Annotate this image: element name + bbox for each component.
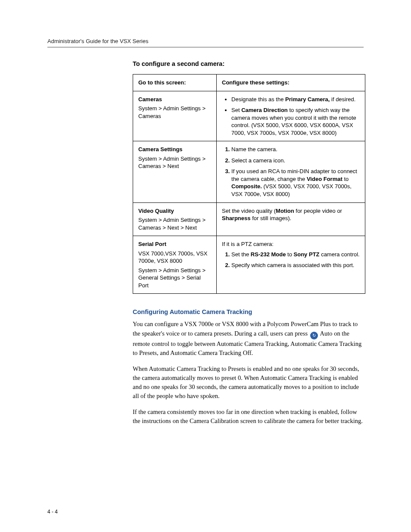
strong-text: Sharpness	[222, 215, 250, 221]
cell-screen: Cameras System > Admin Settings > Camera…	[133, 91, 217, 141]
nav-path: System > Admin Settings > Cameras > Next	[138, 155, 211, 170]
text: to	[286, 251, 293, 258]
list-item: Select a camera icon.	[231, 157, 360, 165]
cell-screen: Camera Settings System > Admin Settings …	[133, 141, 217, 202]
header-rule	[47, 47, 364, 47]
procedure-title: To configure a second camera:	[133, 60, 365, 67]
strong-text: Camera Direction	[241, 107, 288, 113]
strong-text: Video Format	[307, 176, 342, 182]
cell-title: Serial Port	[138, 241, 166, 247]
text: Select a camera icon.	[231, 157, 285, 164]
cell-settings: Set the video quality (Motion for people…	[217, 202, 365, 236]
text: Name the camera.	[231, 146, 277, 152]
text: for still images).	[251, 215, 292, 221]
text: camera control.	[320, 251, 360, 258]
text: Set the	[231, 251, 251, 258]
table-header-row: Go to this screen: Configure these setti…	[133, 75, 365, 91]
strong-text: Primary Camera,	[285, 96, 330, 103]
cell-screen: Serial Port VSX 7000,VSX 7000s, VSX 7000…	[133, 236, 217, 294]
list-item: Name the camera.	[231, 146, 360, 153]
subsection-heading: Configuring Automatic Camera Tracking	[133, 308, 365, 315]
text: Set	[231, 107, 241, 113]
nav-path: System > Admin Settings > General Settin…	[138, 267, 211, 289]
auto-icon: ↻	[310, 332, 318, 339]
numbered-list: Name the camera. Select a camera icon. I…	[222, 146, 360, 198]
body-text: You can configure a VSX 7000e or VSX 800…	[133, 320, 365, 425]
text: for people video or	[294, 208, 342, 214]
cell-screen: Video Quality System > Admin Settings > …	[133, 202, 217, 236]
paragraph: When Automatic Camera Tracking to Preset…	[133, 364, 365, 401]
table-header-right: Configure these settings:	[217, 75, 365, 91]
strong-text: Composite.	[231, 183, 262, 190]
list-item: If you used an RCA to mini-DIN adapter t…	[231, 168, 360, 198]
intro-line: If it is a PTZ camera:	[222, 240, 360, 248]
strong-text: Sony PTZ	[294, 251, 320, 258]
text: Designate this as the	[231, 96, 285, 103]
cell-settings: Name the camera. Select a camera icon. I…	[217, 141, 365, 202]
table-row: Camera Settings System > Admin Settings …	[133, 141, 365, 202]
list-item: Specify which camera is associated with …	[231, 261, 360, 269]
cell-title: Video Quality	[138, 208, 174, 214]
table-row: Serial Port VSX 7000,VSX 7000s, VSX 7000…	[133, 236, 365, 294]
content-block: To configure a second camera: Go to this…	[133, 60, 365, 426]
cell-title: Camera Settings	[138, 146, 183, 152]
text: Specify which camera is associated with …	[231, 262, 354, 268]
list-item: Designate this as the Primary Camera, if…	[231, 96, 360, 103]
list-item: Set Camera Direction to specify which wa…	[231, 106, 360, 137]
page-number: 4 - 4	[47, 509, 58, 515]
cell-settings: If it is a PTZ camera: Set the RS-232 Mo…	[217, 236, 365, 294]
table-header-left: Go to this screen:	[133, 75, 217, 91]
page: Administrator's Guide for the VSX Series…	[0, 0, 411, 532]
running-head: Administrator's Guide for the VSX Series	[47, 38, 364, 44]
nav-path: System > Admin Settings > Cameras	[138, 105, 211, 120]
numbered-list: Set the RS-232 Mode to Sony PTZ camera c…	[222, 251, 360, 269]
bullet-list: Designate this as the Primary Camera, if…	[222, 96, 360, 137]
list-item: Set the RS-232 Mode to Sony PTZ camera c…	[231, 251, 360, 258]
models-note: VSX 7000,VSX 7000s, VSX 7000e, VSX 8000	[138, 250, 211, 265]
text: to	[342, 176, 349, 182]
text: if desired.	[330, 96, 355, 103]
cell-settings: Designate this as the Primary Camera, if…	[217, 91, 365, 141]
table-row: Cameras System > Admin Settings > Camera…	[133, 91, 365, 141]
settings-table: Go to this screen: Configure these setti…	[133, 74, 365, 294]
nav-path: System > Admin Settings > Cameras > Next…	[138, 216, 211, 231]
table-row: Video Quality System > Admin Settings > …	[133, 202, 365, 236]
cell-title: Cameras	[138, 96, 162, 103]
strong-text: RS-232 Mode	[251, 251, 286, 258]
text: Set the video quality (	[222, 208, 276, 214]
strong-text: Motion	[276, 208, 294, 214]
paragraph: You can configure a VSX 7000e or VSX 800…	[133, 320, 365, 357]
paragraph: If the camera consistently moves too far…	[133, 408, 365, 426]
